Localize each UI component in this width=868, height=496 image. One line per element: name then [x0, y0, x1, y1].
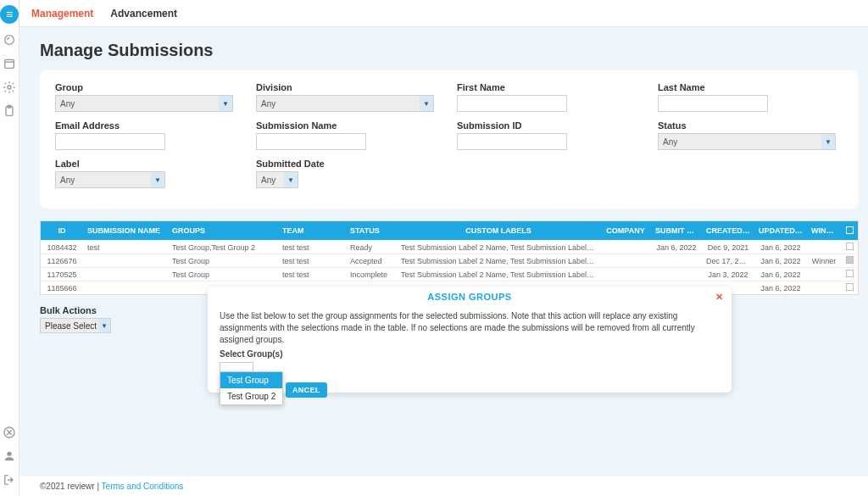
chevron-down-icon: ▼	[219, 96, 232, 111]
tab-management[interactable]: Management	[31, 8, 93, 20]
modal-title: ASSIGN GROUPS	[427, 292, 511, 302]
label-status: Status	[658, 120, 843, 131]
row-checkbox[interactable]	[846, 242, 854, 250]
group-option[interactable]: Test Group	[220, 372, 282, 388]
label-lbl: Label	[55, 159, 241, 169]
row-checkbox[interactable]	[846, 270, 854, 277]
logo[interactable]: ≡	[0, 5, 19, 24]
topbar: Management Advancement	[19, 0, 868, 27]
filter-label[interactable]: Any▼	[55, 171, 165, 188]
assign-groups-modal: ASSIGN GROUPS ✕ Use the list below to se…	[208, 287, 732, 393]
modal-text: Use the list below to set the group assi…	[220, 310, 720, 346]
terms-link[interactable]: Terms and Conditions	[102, 482, 184, 491]
label-last-name: Last Name	[658, 82, 843, 92]
cancel-button[interactable]: ANCEL	[286, 382, 327, 398]
filter-first-name[interactable]	[457, 95, 567, 112]
label-division: Division	[256, 82, 442, 92]
filter-division[interactable]: Any▼	[256, 95, 434, 112]
clipboard-icon[interactable]	[2, 103, 17, 119]
filter-sub-date[interactable]: Any▼	[256, 171, 298, 188]
gear-icon[interactable]	[2, 80, 17, 95]
filter-group[interactable]: Any▼	[55, 95, 233, 112]
label-first-name: First Name	[457, 82, 643, 92]
logout-icon[interactable]	[2, 472, 17, 488]
th-company[interactable]: COMPANY	[600, 226, 651, 235]
th-created[interactable]: CREATED DATE	[702, 226, 754, 235]
filter-card: GroupAny▼ DivisionAny▼ First Name Last N…	[40, 70, 859, 209]
filter-sub-name[interactable]	[256, 133, 366, 150]
svg-point-6	[7, 452, 11, 456]
th-updated[interactable]: UPDATED DATE	[754, 226, 807, 235]
group-option[interactable]: Test Group 2	[220, 388, 282, 404]
th-id[interactable]: ID	[41, 226, 83, 235]
svg-point-0	[5, 36, 14, 45]
bulk-select[interactable]: Please Select▼	[40, 318, 111, 333]
tab-advancement[interactable]: Advancement	[110, 8, 177, 20]
table-row[interactable]: 1084432testTest Group,Test Group 2test t…	[41, 240, 858, 254]
label-sub-date: Submitted Date	[256, 159, 442, 169]
close-icon[interactable]: ✕	[715, 292, 724, 303]
calendar-icon[interactable]	[2, 56, 17, 71]
chevron-down-icon: ▼	[151, 172, 164, 187]
th-check[interactable]	[841, 226, 858, 236]
table-header: ID SUBMISSION NAME GROUPS TEAM STATUS CU…	[41, 221, 858, 240]
filter-last-name[interactable]	[658, 95, 768, 112]
page-title: Manage Submissions	[40, 41, 859, 60]
filter-sub-id[interactable]	[457, 133, 567, 150]
user-icon[interactable]	[2, 449, 17, 464]
th-labels[interactable]: CUSTOM LABELS	[397, 226, 600, 235]
row-checkbox[interactable]	[846, 256, 854, 264]
footer: ©2021 reviewr | Terms and Conditions	[19, 476, 868, 496]
chevron-down-icon: ▼	[420, 96, 433, 111]
dashboard-icon[interactable]	[2, 32, 17, 47]
footer-copyright: ©2021 reviewr |	[40, 482, 102, 491]
modal-select-label: Select Group(s)	[220, 349, 720, 359]
label-sub-id: Submission ID	[457, 120, 643, 131]
th-submit[interactable]: SUBMIT TIME	[651, 226, 702, 235]
group-dropdown: Test Group Test Group 2	[220, 371, 283, 405]
help-icon[interactable]	[2, 425, 17, 440]
chevron-down-icon: ▼	[98, 319, 110, 332]
table-row[interactable]: 1126676Test Grouptest testAcceptedTest S…	[41, 254, 858, 267]
filter-status[interactable]: Any▼	[658, 133, 836, 150]
chevron-down-icon: ▼	[284, 172, 298, 187]
label-group: Group	[55, 82, 241, 92]
table-row[interactable]: 1170525Test Grouptest testIncompleteTest…	[41, 267, 858, 281]
sidebar: ≡	[0, 0, 19, 496]
th-team[interactable]: TEAM	[278, 226, 346, 235]
label-sub-name: Submission Name	[256, 120, 442, 131]
row-checkbox[interactable]	[846, 283, 854, 291]
svg-rect-1	[5, 59, 14, 68]
th-status[interactable]: STATUS	[346, 226, 397, 235]
th-groups[interactable]: GROUPS	[168, 226, 278, 235]
label-email: Email Address	[55, 120, 241, 131]
th-winner[interactable]: WINNER	[807, 226, 841, 235]
submissions-table: ID SUBMISSION NAME GROUPS TEAM STATUS CU…	[40, 220, 859, 295]
chevron-down-icon: ▼	[821, 134, 835, 149]
filter-email[interactable]	[55, 133, 165, 150]
svg-point-2	[8, 86, 11, 89]
th-name[interactable]: SUBMISSION NAME	[83, 226, 168, 235]
